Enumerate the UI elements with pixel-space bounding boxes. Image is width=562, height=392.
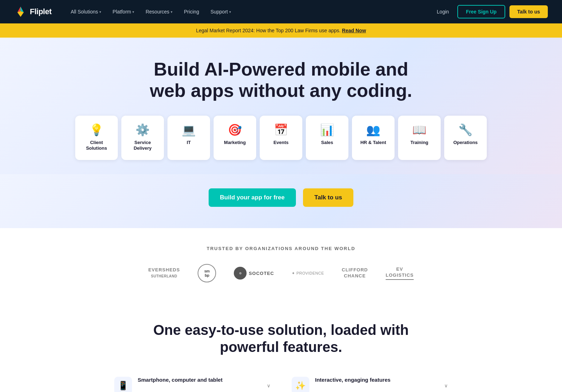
solution-icon: 📖 xyxy=(412,124,426,136)
solution-label: Events xyxy=(274,140,289,146)
solution-label: Client Solutions xyxy=(81,140,112,152)
expand-icon: ∨ xyxy=(444,383,448,388)
announcement-text: Legal Market Report 2024: How the Top 20… xyxy=(196,28,341,33)
chevron-down-icon: ▾ xyxy=(171,10,172,14)
features-title: One easy-to-use solution, loaded with po… xyxy=(139,321,423,355)
solution-icon: 📊 xyxy=(320,124,334,136)
cta-section: Build your app for free Talk to us xyxy=(0,174,562,228)
logo-clifford: CLIFFORDCHANCE xyxy=(342,267,368,279)
free-signup-button[interactable]: Free Sign Up xyxy=(457,5,505,18)
nav-links: All Solutions ▾ Platform ▾ Resources ▾ P… xyxy=(66,6,432,17)
logo-smbp: smbp xyxy=(198,264,216,282)
feature-title: Interactive, engaging features xyxy=(315,377,439,383)
chevron-down-icon: ▾ xyxy=(132,10,134,14)
feature-icon: ✨ xyxy=(292,377,309,392)
solution-card-events[interactable]: 📅 Events xyxy=(260,116,302,160)
solution-icon: 💻 xyxy=(182,124,196,136)
hero-title: Build AI-Powered mobile and web apps wit… xyxy=(139,59,423,101)
logo[interactable]: Fliplet xyxy=(14,5,51,18)
announcement-banner: Legal Market Report 2024: How the Top 20… xyxy=(0,23,562,38)
solution-cards: 💡 Client Solutions ⚙️ Service Delivery 💻… xyxy=(68,116,494,160)
nav-resources[interactable]: Resources ▾ xyxy=(140,6,177,17)
hero-section: Build AI-Powered mobile and web apps wit… xyxy=(0,38,562,174)
solution-card-operations[interactable]: 🔧 Operations xyxy=(444,116,487,160)
expand-icon: ∨ xyxy=(267,383,270,388)
solution-card-service-delivery[interactable]: ⚙️ Service Delivery xyxy=(121,116,164,160)
navbar: Fliplet All Solutions ▾ Platform ▾ Resou… xyxy=(0,0,562,23)
feature-title: Smartphone, computer and tablet xyxy=(138,377,261,383)
logo-providence: ✦ PROVIDENCE xyxy=(292,271,324,276)
announcement-link[interactable]: Read Now xyxy=(342,28,366,33)
trusted-heading: TRUSTED BY ORGANIZATIONS AROUND THE WORL… xyxy=(14,246,548,251)
logo-ev-logistics: EVLogistics xyxy=(386,266,414,280)
chevron-down-icon: ▾ xyxy=(229,10,231,14)
solution-label: Operations xyxy=(453,140,478,146)
feature-icon: 📱 xyxy=(114,377,132,392)
solution-label: IT xyxy=(187,140,191,146)
solution-icon: ⚙️ xyxy=(136,124,150,136)
login-button[interactable]: Login xyxy=(432,6,453,17)
solution-icon: 📅 xyxy=(274,124,288,136)
solution-card-it[interactable]: 💻 IT xyxy=(167,116,210,160)
solution-card-sales[interactable]: 📊 Sales xyxy=(306,116,348,160)
solution-label: Sales xyxy=(321,140,333,146)
solution-label: HR & Talent xyxy=(360,140,386,146)
build-app-button[interactable]: Build your app for free xyxy=(209,188,296,207)
logo-eversheds: EVERSHEDSSUTHERLAND xyxy=(148,267,180,279)
features-grid: 📱 Smartphone, computer and tablet ∨ ✨ In… xyxy=(104,370,458,392)
nav-support[interactable]: Support ▾ xyxy=(205,6,236,17)
feature-item[interactable]: 📱 Smartphone, computer and tablet ∨ xyxy=(104,370,281,392)
solution-icon: 👥 xyxy=(366,124,380,136)
solution-card-marketing[interactable]: 🎯 Marketing xyxy=(214,116,256,160)
talk-to-us-button[interactable]: Talk to us xyxy=(509,5,548,18)
solution-label: Marketing xyxy=(224,140,246,146)
nav-pricing[interactable]: Pricing xyxy=(179,6,204,17)
nav-all-solutions[interactable]: All Solutions ▾ xyxy=(66,6,106,17)
trusted-section: TRUSTED BY ORGANIZATIONS AROUND THE WORL… xyxy=(0,228,562,300)
solution-label: Training xyxy=(411,140,429,146)
solution-icon: 🔧 xyxy=(458,124,473,136)
feature-item[interactable]: ✨ Interactive, engaging features ∨ xyxy=(281,370,458,392)
solution-icon: 💡 xyxy=(89,124,104,136)
logo-socotec: ⊙ SOCOTEC xyxy=(234,267,274,280)
talk-to-us-main-button[interactable]: Talk to us xyxy=(303,188,353,207)
nav-platform[interactable]: Platform ▾ xyxy=(108,6,139,17)
solution-card-client-solutions[interactable]: 💡 Client Solutions xyxy=(75,116,118,160)
chevron-down-icon: ▾ xyxy=(99,10,101,14)
nav-actions: Login Free Sign Up Talk to us xyxy=(432,5,548,18)
solution-label: Service Delivery xyxy=(127,140,158,152)
solution-card-training[interactable]: 📖 Training xyxy=(398,116,441,160)
brand-name: Fliplet xyxy=(30,7,51,16)
logos-row: EVERSHEDSSUTHERLAND smbp ⊙ SOCOTEC ✦ PRO… xyxy=(14,264,548,282)
features-section: One easy-to-use solution, loaded with po… xyxy=(0,300,562,392)
solution-card-hr-&-talent[interactable]: 👥 HR & Talent xyxy=(352,116,395,160)
solution-icon: 🎯 xyxy=(228,124,242,136)
